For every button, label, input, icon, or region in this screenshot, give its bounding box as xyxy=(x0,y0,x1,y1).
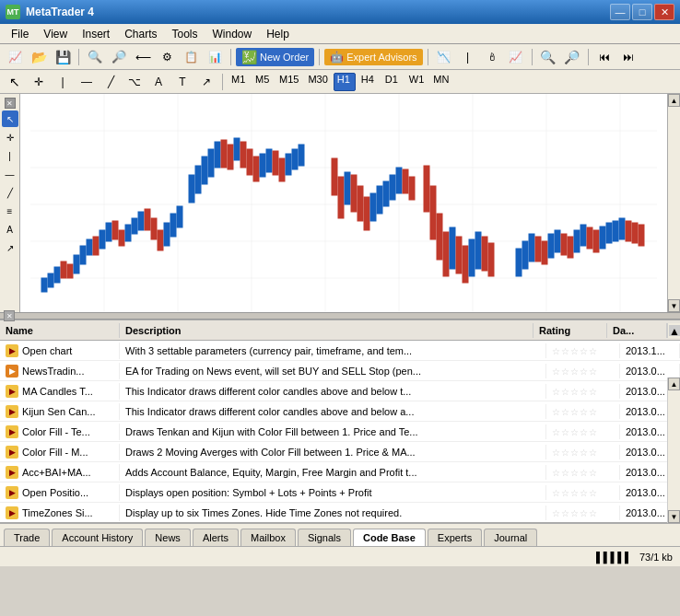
tab-news[interactable]: News xyxy=(145,529,191,546)
menu-insert[interactable]: Insert xyxy=(75,26,117,42)
tab-account-history[interactable]: Account History xyxy=(52,529,143,546)
table-scroll-up2[interactable]: ▲ xyxy=(668,378,680,390)
fast-back-btn[interactable]: ⏮ xyxy=(593,47,616,67)
tf-w1[interactable]: W1 xyxy=(405,73,428,91)
table-scrollbar[interactable]: ▲ ▼ xyxy=(667,378,680,523)
tab-code-base[interactable]: Code Base xyxy=(353,529,426,546)
menu-file[interactable]: File xyxy=(4,26,36,42)
tf-h4[interactable]: H4 xyxy=(358,73,380,91)
new-order-btn[interactable]: 💹 New Order xyxy=(236,48,314,66)
table-scroll-down2[interactable]: ▼ xyxy=(668,510,680,523)
vline-btn[interactable]: | xyxy=(52,72,74,92)
svg-rect-17 xyxy=(48,273,53,287)
svg-rect-43 xyxy=(132,218,137,234)
tf-mn[interactable]: MN xyxy=(429,73,452,91)
main-area: ✕ ↖ ✛ | — ╱ ≡ A ↗ xyxy=(0,94,680,312)
tab-journal[interactable]: Journal xyxy=(484,529,537,546)
text-btn[interactable]: A xyxy=(147,72,170,92)
svg-rect-165 xyxy=(587,227,592,249)
svg-rect-119 xyxy=(409,177,415,200)
left-vline-btn[interactable]: | xyxy=(2,147,18,164)
tf-m1[interactable]: M1 xyxy=(228,73,250,91)
table-scroll-up[interactable]: ▲ xyxy=(669,325,680,336)
panel-close-btn2[interactable]: ✕ xyxy=(4,310,15,321)
open-btn[interactable]: 📂 xyxy=(28,47,50,67)
tab-trade[interactable]: Trade xyxy=(4,529,50,546)
left-cross-btn[interactable]: ✛ xyxy=(2,129,18,145)
svg-rect-153 xyxy=(548,234,554,258)
pitchfork-btn[interactable]: ⌥ xyxy=(123,72,146,92)
panel-close-btn[interactable]: ✕ xyxy=(5,98,16,109)
tf-m30[interactable]: M30 xyxy=(304,73,331,91)
cursor-btn[interactable]: ↖ xyxy=(4,72,26,92)
tab-mailbox[interactable]: Mailbox xyxy=(240,529,296,546)
menu-tools[interactable]: Tools xyxy=(165,26,205,42)
properties-btn[interactable]: ⚙ xyxy=(156,47,178,67)
trendline-btn[interactable]: ╱ xyxy=(100,72,122,92)
menu-view[interactable]: View xyxy=(36,26,75,42)
scroll-up-btn[interactable]: ▲ xyxy=(668,94,680,107)
left-text-btn[interactable]: A xyxy=(2,221,18,238)
tab-signals[interactable]: Signals xyxy=(298,529,351,546)
svg-rect-139 xyxy=(482,237,487,271)
expert-advisors-btn[interactable]: 🤖 Expert Advisors xyxy=(324,49,422,65)
chart-scrollbar[interactable]: ▲ ▼ xyxy=(667,94,680,312)
table-row[interactable]: ▶ Kijun Sen Can... This Indicator draws … xyxy=(0,401,680,422)
svg-rect-97 xyxy=(338,177,344,218)
scroll-down-btn[interactable]: ▼ xyxy=(668,299,680,312)
tf-d1[interactable]: D1 xyxy=(381,73,404,91)
table-row[interactable]: ▶ Color Fill - Te... Draws Tenkan and Ki… xyxy=(0,422,680,442)
tf-m15[interactable]: M15 xyxy=(276,73,302,91)
svg-rect-151 xyxy=(542,241,547,264)
line-chart-btn[interactable]: 📈 xyxy=(505,47,527,67)
hline-btn[interactable]: — xyxy=(76,72,98,92)
zoom-minus-btn[interactable]: 🔎 xyxy=(561,47,583,67)
table-row[interactable]: ▶ Color Fill - M... Draws 2 Moving Averg… xyxy=(0,442,680,462)
table-row[interactable]: ▶ Open Positio... Displays open position… xyxy=(0,482,680,503)
scroll-btn[interactable]: ⟵ xyxy=(132,47,154,67)
maximize-button[interactable]: □ xyxy=(632,4,652,20)
arrow-btn[interactable]: ↗ xyxy=(195,72,217,92)
label-btn[interactable]: T xyxy=(171,72,193,92)
menu-help[interactable]: Help xyxy=(259,26,297,42)
tab-experts[interactable]: Experts xyxy=(428,529,482,546)
left-cursor-btn[interactable]: ↖ xyxy=(2,110,18,127)
tf-m5[interactable]: M5 xyxy=(252,73,274,91)
new-chart-btn[interactable]: 📈 xyxy=(4,47,26,67)
close-button[interactable]: ✕ xyxy=(654,4,674,20)
table-row[interactable]: ▶ MA Candles T... This Indicator draws d… xyxy=(0,381,680,401)
svg-rect-177 xyxy=(626,221,631,241)
toolbar-draw: ↖ ✛ | — ╱ ⌥ A T ↗ M1 M5 M15 M30 H1 H4 D1… xyxy=(0,70,680,94)
crosshair-btn[interactable]: ✛ xyxy=(28,72,50,92)
menu-charts[interactable]: Charts xyxy=(117,26,164,42)
chart-type-btn[interactable]: 🕯 xyxy=(481,47,503,67)
minimize-button[interactable]: — xyxy=(610,4,630,20)
zoom-out-btn[interactable]: 🔎 xyxy=(108,47,130,67)
menu-window[interactable]: Window xyxy=(205,26,260,42)
zoom-in-btn[interactable]: 🔍 xyxy=(84,47,106,67)
row-rating-4: ☆☆☆☆☆ xyxy=(546,424,620,439)
table-row[interactable]: ▶ Acc+BAI+MA... Adds Account Balance, Eq… xyxy=(0,462,680,482)
left-arrow-btn[interactable]: ↗ xyxy=(2,239,18,256)
left-hline-btn[interactable]: — xyxy=(2,166,18,182)
indicators-btn[interactable]: 📊 xyxy=(204,47,226,67)
left-channel-btn[interactable]: ≡ xyxy=(2,203,18,219)
table-row[interactable]: ▶ NewsTradin... EA for Trading on News e… xyxy=(0,361,680,381)
period-sep-btn[interactable]: | xyxy=(457,47,479,67)
save-btn[interactable]: 💾 xyxy=(52,47,74,67)
tab-alerts[interactable]: Alerts xyxy=(193,529,239,546)
left-trend-btn[interactable]: ╱ xyxy=(2,184,18,201)
svg-rect-85 xyxy=(273,151,278,175)
svg-rect-107 xyxy=(370,193,376,221)
zoom-plus-btn[interactable]: 🔍 xyxy=(537,47,559,67)
svg-rect-95 xyxy=(332,158,337,195)
panel-divider[interactable]: ✕ xyxy=(0,312,680,320)
table-row[interactable]: ▶ Open chart With 3 settable parameters … xyxy=(0,341,680,361)
fast-fwd-btn[interactable]: ⏭ xyxy=(617,47,639,67)
row-icon-5: ▶ xyxy=(6,446,18,459)
template-btn[interactable]: 📋 xyxy=(180,47,202,67)
table-row[interactable]: ▶ TimeZones Si... Display up to six Time… xyxy=(0,503,680,523)
history-chart-btn[interactable]: 📉 xyxy=(433,47,455,67)
chart-area[interactable] xyxy=(20,94,667,312)
tf-h1[interactable]: H1 xyxy=(334,73,356,91)
